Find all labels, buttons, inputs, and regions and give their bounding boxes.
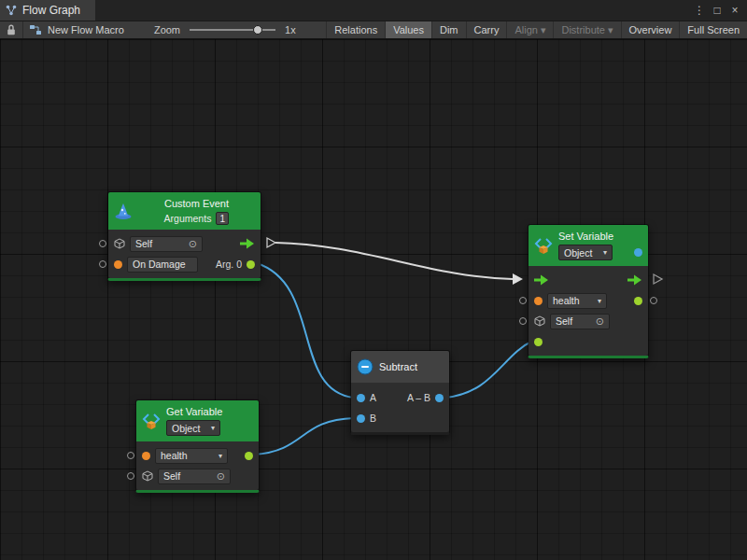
input-b-port[interactable]: [357, 414, 365, 423]
toolbar-button-overview[interactable]: Overview: [621, 21, 680, 38]
subtract-icon: [357, 358, 374, 375]
object-picker-icon[interactable]: ⊙: [596, 316, 604, 327]
flow-output-port[interactable]: [240, 238, 255, 249]
node-title: Get Variable: [166, 406, 253, 418]
target-object-field[interactable]: Self ⊙: [550, 314, 610, 329]
flow-input-port[interactable]: [534, 274, 549, 286]
cube-icon: [534, 315, 545, 327]
node-title: Set Variable: [558, 231, 642, 243]
variable-name-dropdown[interactable]: health ▾: [547, 293, 607, 309]
toolbar-button-dim[interactable]: Dim: [431, 21, 466, 38]
zoom-label: Zoom: [154, 24, 180, 35]
arguments-label: Arguments: [164, 213, 212, 224]
toolbar-button-values[interactable]: Values: [385, 21, 431, 38]
port-name-input[interactable]: [519, 297, 527, 304]
port-target-input[interactable]: [99, 240, 106, 247]
toolbar-button-relations[interactable]: Relations: [326, 21, 385, 38]
tab-flow-graph[interactable]: Flow Graph: [0, 0, 95, 21]
node-title: Subtract: [379, 361, 417, 373]
object-picker-icon[interactable]: ⊙: [189, 239, 197, 249]
variable-kind-dropdown[interactable]: Object ▾: [558, 245, 613, 260]
arg0-output-port[interactable]: [247, 260, 255, 269]
zoom-slider[interactable]: [190, 24, 275, 35]
toolbar-button-carry[interactable]: Carry: [466, 21, 507, 38]
macro-name-label: New Flow Macro: [48, 24, 124, 35]
custom-event-icon: [114, 202, 133, 220]
input-a-label: A: [370, 392, 376, 403]
variable-name-dropdown[interactable]: health ▾: [155, 448, 228, 464]
event-name-port[interactable]: [114, 260, 122, 269]
output-label: A – B: [407, 392, 430, 403]
chevron-down-icon: ▾: [603, 248, 607, 257]
input-b-label: B: [370, 413, 376, 424]
value-output-port[interactable]: [245, 452, 253, 460]
input-a-port[interactable]: [357, 394, 365, 402]
cube-icon: [142, 470, 153, 482]
node-get-variable[interactable]: Get Variable Object ▾ health ▾: [135, 399, 260, 493]
port-name-input[interactable]: [127, 452, 134, 459]
value-input-port[interactable]: [634, 248, 642, 257]
node-title: Custom Event: [138, 198, 255, 210]
zoom-slider-handle[interactable]: [253, 25, 262, 35]
variable-name-port[interactable]: [142, 452, 150, 460]
node-custom-event[interactable]: Custom Event Arguments 1 Self ⊙: [107, 191, 261, 281]
arg0-output-label: Arg. 0: [216, 259, 242, 270]
window-close-icon[interactable]: ×: [727, 3, 742, 18]
port-name-input[interactable]: [99, 260, 106, 268]
toolbar-button-distribute: Distribute ▾: [553, 21, 620, 38]
variable-kind-dropdown[interactable]: Object ▾: [166, 420, 220, 436]
target-object-field[interactable]: Self ⊙: [158, 469, 231, 484]
toolbar-separator: [22, 21, 23, 38]
target-object-field[interactable]: Self ⊙: [130, 236, 203, 252]
cube-icon: [114, 238, 125, 249]
lock-icon[interactable]: [6, 23, 17, 36]
window-controls: ⋮ □ ×: [692, 0, 747, 21]
variable-icon: [142, 413, 161, 429]
node-set-variable[interactable]: Set Variable Object ▾: [528, 224, 649, 358]
toolbar-buttons: Relations Values Dim Carry Align ▾ Distr…: [326, 21, 747, 38]
window-maximize-icon[interactable]: □: [710, 3, 725, 18]
chevron-down-icon: ▾: [598, 297, 601, 305]
object-picker-icon[interactable]: ⊙: [217, 471, 225, 482]
port-target-input[interactable]: [519, 317, 527, 325]
macro-asset-icon: [29, 23, 42, 36]
zoom-value: 1x: [285, 24, 296, 35]
flow-graph-icon: [6, 5, 17, 16]
zoom-slider-track: [190, 29, 275, 31]
variable-name-port[interactable]: [534, 297, 543, 305]
chevron-down-icon: ▾: [218, 452, 222, 460]
toolbar-button-align: Align ▾: [506, 21, 553, 38]
arguments-count-field[interactable]: 1: [216, 212, 229, 225]
toolbar-button-fullscreen[interactable]: Full Screen: [679, 21, 747, 38]
tab-title: Flow Graph: [22, 4, 80, 17]
chevron-down-icon: ▾: [211, 424, 215, 432]
unity-flow-graph-window: Flow Graph ⋮ □ × New: [0, 0, 747, 560]
node-subtract[interactable]: Subtract A A – B B: [350, 350, 450, 435]
title-bar: Flow Graph ⋮ □ ×: [0, 0, 747, 21]
port-value-output-outer[interactable]: [650, 297, 657, 304]
flow-output-port[interactable]: [627, 274, 642, 286]
output-port[interactable]: [435, 394, 444, 402]
new-value-input-port[interactable]: [534, 338, 543, 346]
graph-toolbar: New Flow Macro Zoom 1x Relations Values …: [0, 21, 747, 39]
event-name-field[interactable]: On Damage: [127, 257, 198, 273]
variable-icon: [534, 237, 553, 254]
port-target-input[interactable]: [127, 472, 134, 480]
value-output-port[interactable]: [634, 297, 642, 305]
window-menu-icon[interactable]: ⋮: [692, 3, 707, 18]
